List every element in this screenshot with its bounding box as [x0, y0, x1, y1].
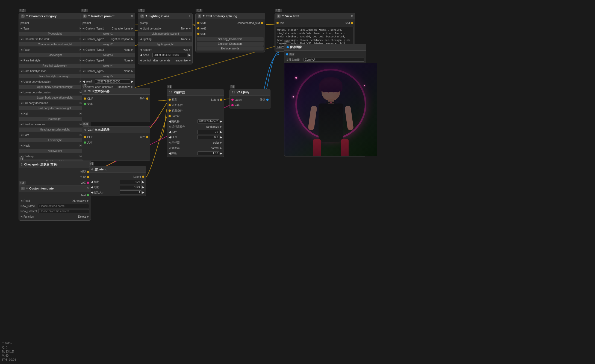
row-read[interactable]: ◀ Read XLnegative ▶ — [19, 198, 91, 203]
row-random-seed[interactable]: ◀ 随机种 ▶ — [167, 119, 224, 124]
row-vae-in: VAE — [230, 102, 270, 108]
batch-input[interactable] — [120, 190, 142, 194]
row-type[interactable]: ◀ Type None ▶ — [19, 26, 91, 31]
weight4-sep: weight4 — [81, 64, 135, 68]
row-k-cfg[interactable]: ◀ CFG ▶ — [167, 135, 224, 140]
typeweight-sep: Typeweight — [19, 32, 91, 36]
row-custom-type1[interactable]: ◀ Custom_Type1 Character Lens ▶ — [81, 26, 135, 31]
row-custom-type3[interactable]: ◀ Custom_Type3 None ▶ — [81, 47, 135, 52]
row-rare-hair-man[interactable]: ◀ Rare hairstyle man None ▶ — [19, 68, 91, 74]
width-input[interactable] — [120, 180, 142, 184]
title-random-prompt: Random prompt — [91, 14, 114, 18]
row-face[interactable]: ◀ Face None ▶ — [19, 47, 91, 52]
k-pos-dot — [169, 104, 171, 106]
node-header-lighting: 2 ✦ Lighting Class 7 — [138, 13, 192, 19]
row-clothing[interactable]: ◀ Clothing None ▶ — [19, 153, 91, 159]
row-custom-type5[interactable]: ◀ Custom_Type5 None ▶ — [81, 68, 135, 74]
row-hair[interactable]: ◀ Hair None ▶ — [19, 111, 91, 116]
height-input[interactable] — [120, 185, 142, 189]
new-name-input[interactable] — [38, 204, 89, 208]
save-dot — [287, 46, 289, 48]
weight3-sep: weight3 — [81, 53, 135, 57]
row-batch[interactable]: ◀ 批次大小 ▶ — [89, 190, 146, 195]
node-custom-template: #18 2 ✦ Custom template 3 Text ◀ Read XL… — [19, 185, 91, 221]
new-content-input[interactable] — [38, 209, 89, 213]
rare-hair-weight-sep: Rare hairstyleweight — [19, 64, 91, 68]
row-rare-hair[interactable]: ◀ Rare hairstyle None ▶ — [19, 58, 91, 63]
status-fps: FPS: 00:24 — [2, 358, 16, 362]
row-lower-body[interactable]: ◀ Lower body decoration None ▶ — [19, 90, 91, 95]
row-upper-body[interactable]: ◀ Upper body decoration None ▶ — [19, 79, 91, 84]
row-clip-8-text: 文本 — [82, 101, 150, 107]
k-latent-in-dot — [169, 115, 171, 117]
row-control-light[interactable]: ◀ control_after_generate randomize ▶ — [138, 58, 192, 63]
row-k-steps[interactable]: ◀ 步数 ▶ — [167, 129, 224, 135]
row-new-content[interactable]: New_Content — [19, 209, 91, 214]
splicing-characters-btn[interactable]: Splicing_Characters — [197, 37, 264, 41]
node-clip-encoder-6: #20 6 CLIP文本编码器 CLIP 条件 文本 — [82, 126, 150, 161]
particle-1 — [295, 77, 297, 79]
face-weight-sep: Faceweight — [19, 53, 91, 57]
row-clip-8-ports: CLIP 条件 — [82, 96, 150, 101]
title-empty-latent: 空Latent — [95, 167, 107, 171]
node-text-arbitrary: #17 2 ✦ Text arbitrary splicing text1 co… — [195, 13, 265, 52]
row-prompt-in: prompt — [81, 20, 135, 26]
k-seed-input[interactable] — [198, 119, 219, 123]
row-width[interactable]: ◀ 宽度 ▶ — [89, 179, 146, 185]
row-full-body[interactable]: ◀ Full body decoration None ▶ — [19, 100, 91, 106]
row-lighting[interactable]: ◀ lighting None ▶ — [138, 36, 192, 42]
node-num-21: #21 — [275, 9, 282, 12]
row-height[interactable]: ◀ 高度 ▶ — [89, 185, 146, 190]
k-denoise-input[interactable] — [198, 151, 219, 155]
title-save-image: 保存图像 — [290, 45, 302, 49]
status-time: T: 0.00s — [2, 341, 16, 345]
row-prompt: prompt — [19, 20, 91, 26]
node-num-18: #18 — [19, 181, 26, 185]
row-k-scheduler[interactable]: ◀ 调度器 normal ▶ — [167, 145, 224, 151]
exclude-characters-btn[interactable]: Exclude_Characters — [197, 42, 264, 46]
row-k-sampler-type[interactable]: ◀ 采样器 euler ▶ — [167, 140, 224, 145]
node-body-random-prompt: prompt ◀ Custom_Type1 Character Lens ▶ w… — [81, 19, 135, 91]
node-body-empty-latent: Latent ◀ 宽度 ▶ ◀ 高度 ▶ ◀ 批次大小 ▶ — [89, 173, 146, 196]
node-body-k-sampler: 模型 Latent 正图条件 负图条件 Latent ◀ — [167, 96, 224, 157]
concatenated-text-dot — [261, 22, 263, 24]
seed-input-light[interactable] — [152, 53, 187, 57]
k-steps-input[interactable] — [198, 130, 219, 134]
row-k-denoise[interactable]: ◀ 降噪 ▶ — [167, 151, 224, 156]
node-body-clip-8: CLIP 条件 文本 — [82, 95, 150, 122]
title-checkpoint: Checkpoint加载器(简易) — [24, 162, 58, 167]
row-new-name[interactable]: New_Name — [19, 203, 91, 209]
row-char-work[interactable]: ◀ Character in the work None ▶ — [19, 36, 91, 42]
row-ears[interactable]: ◀ Ears None ▶ — [19, 132, 91, 138]
row-k-after[interactable]: ◀ 运行后操作 randomize ▶ — [167, 124, 224, 129]
row-custom-type4[interactable]: ◀ Custom_Type4 None ▶ — [81, 58, 135, 63]
row-custom-type2[interactable]: ◀ Custom_Type2 Light perception ▶ — [81, 36, 135, 42]
k-cfg-input[interactable] — [198, 135, 219, 139]
title-text-arbitrary: Text arbitrary splicing — [206, 14, 237, 18]
node-body-vae: Latent 图像 VAE — [230, 96, 270, 109]
seed-input-random[interactable] — [95, 79, 130, 84]
filename-input[interactable] — [304, 58, 364, 62]
node-num-12: #12 — [19, 9, 26, 12]
row-text3-port: text3 — [196, 31, 265, 37]
ears-weight-sep: Earsweight — [19, 138, 91, 142]
row-random-light[interactable]: ◀ random yes ▶ — [138, 47, 192, 52]
row-seed-light[interactable]: ◀ seed ▶ — [138, 52, 192, 58]
row-neck[interactable]: ◀ Neck None ▶ — [19, 143, 91, 148]
node-header-k-sampler: 10 K采样器 — [167, 89, 224, 96]
exclude-words-btn[interactable]: Exclude_words — [197, 46, 264, 51]
row-seed-random[interactable]: ◀ seed ▶ — [81, 79, 135, 84]
paw-icon: ✦ — [26, 14, 28, 18]
row-function[interactable]: ◀ Function Delete ▶ — [19, 214, 91, 219]
node-num-3: #3 — [167, 85, 172, 88]
type-arrow-left[interactable]: ◀ — [20, 27, 22, 30]
row-filename[interactable]: 文件名前缀 — [284, 57, 366, 62]
status-vram: V: 40 — [2, 354, 16, 358]
row-light-perception[interactable]: ◀ Light perception None ▶ — [138, 26, 192, 31]
title-lighting: Lighting Class — [149, 14, 169, 18]
view-text-out-dot — [351, 22, 353, 24]
row-head-acc[interactable]: ◀ Head accessories None ▶ — [19, 122, 91, 127]
node-body-custom-template: Text ◀ Read XLnegative ▶ New_Name New_Co… — [19, 191, 91, 220]
neck-weight-sep: Neckweight — [19, 149, 91, 153]
node-num-4: #4 — [19, 157, 24, 161]
